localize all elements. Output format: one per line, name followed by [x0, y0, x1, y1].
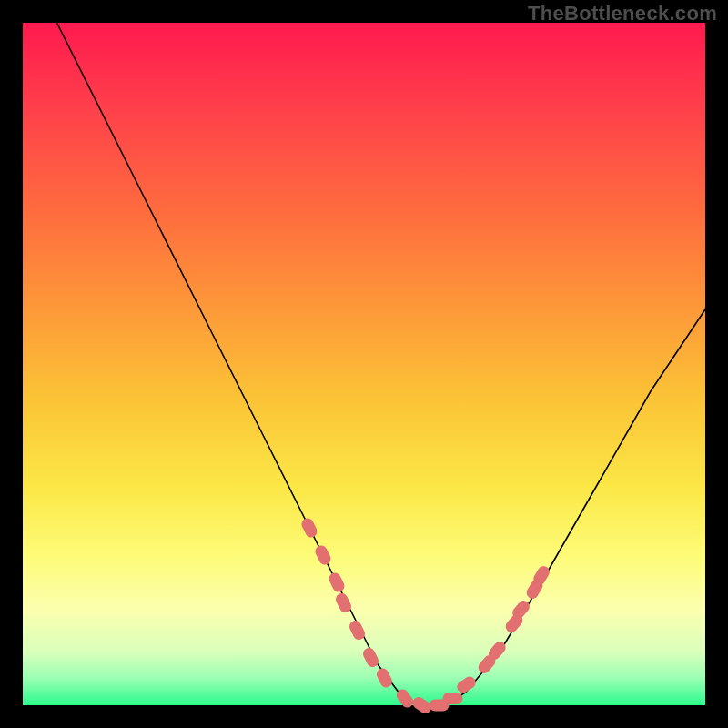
sample-point	[313, 543, 332, 566]
sample-point	[299, 516, 318, 539]
sample-points-group	[299, 516, 551, 715]
sample-point	[375, 666, 394, 689]
chart-svg	[23, 23, 705, 705]
sample-point	[361, 646, 380, 669]
bottleneck-curve	[57, 23, 706, 705]
chart-container: TheBottleneck.com	[0, 0, 728, 728]
sample-point	[327, 571, 346, 593]
sample-point	[443, 693, 463, 704]
plot-area	[23, 23, 705, 705]
